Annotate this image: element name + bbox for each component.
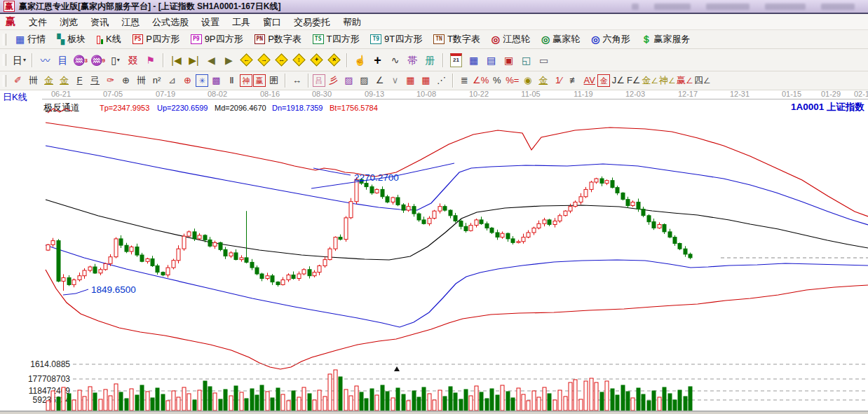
zoom-all-button[interactable]: ×	[326, 53, 342, 68]
zoom-horizontal-button[interactable]: ↔	[273, 53, 290, 68]
v-dotted-tool[interactable]: ∨	[388, 74, 402, 88]
first-page-button[interactable]: |◀	[168, 53, 184, 68]
period-candle-dropdown[interactable]: 日	[11, 53, 27, 68]
save-tool[interactable]: ▣	[501, 53, 517, 68]
bars-scale-tool[interactable]: ≣	[457, 74, 472, 88]
av-tool[interactable]: AV	[582, 74, 597, 88]
j-angle-tool[interactable]: J∠	[611, 74, 625, 88]
four-angle-tool[interactable]: 四∠	[694, 74, 711, 88]
menu-item-资讯[interactable]: 资讯	[84, 15, 115, 29]
cycle-circle-tool[interactable]: ⊕	[118, 74, 133, 88]
cycle-book-tool[interactable]: 册	[422, 53, 438, 68]
menu-item-工具[interactable]: 工具	[226, 15, 257, 29]
gold-fence-1-tool[interactable]: 金	[41, 74, 56, 88]
kline-chart-canvas[interactable]: 06-2107-0507-1908-0208-1608-3009-1310-08…	[0, 90, 868, 414]
stamp-tool[interactable]: 叕	[125, 53, 141, 68]
one-line-tool[interactable]: 1∕	[551, 74, 566, 88]
h-expand-tool[interactable]: ↔	[290, 74, 304, 88]
measure-tool[interactable]: ∿	[387, 53, 403, 68]
network-tool[interactable]: ◱	[518, 53, 534, 68]
winner-service-button[interactable]: ＄赢家服务	[636, 32, 696, 48]
p-number-table-button[interactable]: PNP数字表	[249, 32, 307, 48]
gold-lines-tool[interactable]: 金	[536, 74, 550, 88]
gann-wheel-button[interactable]: ◎江恩轮	[486, 32, 536, 48]
hand-tool[interactable]: ☝	[352, 53, 368, 68]
chart-area[interactable]: 06-2107-0507-1908-0208-1608-3009-1310-08…	[0, 90, 868, 414]
percent-line-red-tool[interactable]: ∠%	[473, 74, 489, 88]
menu-item-浏览[interactable]: 浏览	[53, 15, 84, 29]
rays-red-tool[interactable]: 彡	[326, 74, 341, 88]
rays-dark-box-tool[interactable]: ▨	[357, 74, 372, 88]
crosshair-tool[interactable]: +	[369, 53, 386, 68]
wave-count-9-tool[interactable]: ♒9	[90, 53, 106, 68]
menu-item-设置[interactable]: 设置	[195, 15, 226, 29]
spiral-fence-tool[interactable]: 弓	[88, 74, 102, 88]
pink-box-tool[interactable]: 吕	[313, 74, 325, 87]
gold-circle-tool[interactable]: ◉	[520, 74, 535, 88]
info-note-tool[interactable]: 目	[55, 53, 71, 68]
angle-tool[interactable]: ⊿	[165, 74, 179, 88]
wave-count-3-tool[interactable]: ♒3	[72, 53, 88, 68]
gann-fence-tool[interactable]: 卌	[26, 74, 41, 88]
pan-right-button[interactable]: →	[256, 53, 272, 68]
report-tool[interactable]: ▤	[483, 53, 499, 68]
gold-angle-tool[interactable]: 金∠	[642, 74, 658, 88]
percent-eq-red-tool[interactable]: %=	[505, 74, 520, 88]
band-tool[interactable]: 帯	[405, 53, 421, 68]
red-grid-2-tool[interactable]: ▦	[419, 74, 433, 88]
menu-item-文件[interactable]: 文件	[22, 15, 53, 29]
rays-purple-box-tool[interactable]: ▨	[341, 74, 356, 88]
flag-tool[interactable]: ⚑	[142, 53, 158, 68]
toolbar-grip[interactable]	[3, 34, 6, 46]
menu-item-交易委托[interactable]: 交易委托	[287, 15, 337, 29]
angle-line-tool[interactable]: ∠	[372, 74, 387, 88]
nine-t-square-button[interactable]: T99T四方形	[365, 32, 428, 48]
calculator-tool[interactable]: ▦	[466, 53, 482, 68]
snowflake-tool[interactable]: ✳	[196, 74, 208, 87]
gold-box-tool[interactable]: 金	[597, 74, 610, 87]
menu-item-公式选股[interactable]: 公式选股	[146, 15, 195, 29]
four-lines-tool[interactable]: ≢	[567, 74, 581, 88]
shen-angle-tool[interactable]: 神∠	[659, 74, 676, 88]
brush-tool[interactable]: ✐	[11, 74, 25, 88]
three-lines-tool[interactable]: ⋰	[434, 74, 449, 88]
target-red-tool[interactable]: ⊕	[180, 74, 195, 88]
toolbar-grip[interactable]	[3, 75, 6, 87]
scribble-tool[interactable]: 〰	[37, 53, 53, 68]
candle-style-dropdown[interactable]: ▯	[107, 53, 123, 68]
p-square-button[interactable]: PSP四方形	[127, 32, 185, 48]
menu-item-帮助[interactable]: 帮助	[337, 15, 367, 29]
menu-item-窗口[interactable]: 窗口	[257, 15, 287, 29]
n-squared-tool[interactable]: n²	[149, 74, 164, 88]
hexagon-button[interactable]: ◎六角形	[585, 32, 635, 48]
menu-item-江恩[interactable]: 江恩	[115, 15, 146, 29]
grid-purple-tool[interactable]: ▩	[209, 74, 224, 88]
nine-p-square-button[interactable]: P99P四方形	[185, 32, 249, 48]
double-bar-tool[interactable]: Ⅱ	[224, 74, 239, 88]
last-page-button[interactable]: ▶|	[186, 53, 202, 68]
percent-tool[interactable]: %	[489, 74, 504, 88]
kline-button[interactable]: K线	[91, 32, 127, 48]
red-grid-1-tool[interactable]: ▦	[403, 74, 418, 88]
shen-tool[interactable]: 神	[240, 74, 252, 87]
ying-angle-tool[interactable]: 赢∠	[677, 74, 693, 88]
pan-left-button[interactable]: ←	[238, 53, 255, 68]
ying-tool[interactable]: 赢	[253, 74, 266, 87]
quotes-button[interactable]: ▦行情	[10, 32, 51, 48]
t-number-table-button[interactable]: TNT数字表	[428, 32, 486, 48]
grid-123-tool[interactable]: 囲	[266, 74, 281, 88]
toolbar-grip[interactable]	[3, 54, 6, 66]
f-angle-tool[interactable]: F∠	[626, 74, 641, 88]
sectors-button[interactable]: ▚板块	[51, 32, 91, 48]
zoom-in-button[interactable]: +	[308, 53, 325, 68]
zoom-vertical-button[interactable]: ↕	[291, 53, 307, 68]
prev-bar-button[interactable]: ◀	[203, 53, 219, 68]
next-bar-button[interactable]: ▶	[221, 53, 237, 68]
calendar-tool[interactable]: 21	[448, 53, 464, 68]
gold-fence-2-tool[interactable]: 金	[57, 74, 72, 88]
t-square-button[interactable]: TST四方形	[307, 32, 365, 48]
winner-wheel-button[interactable]: ◎赢家轮	[536, 32, 585, 48]
print-tool[interactable]: ▭	[536, 53, 552, 68]
red-brush-grid-tool[interactable]: ✑	[103, 74, 118, 88]
f-fence-tool[interactable]: F	[72, 74, 87, 88]
